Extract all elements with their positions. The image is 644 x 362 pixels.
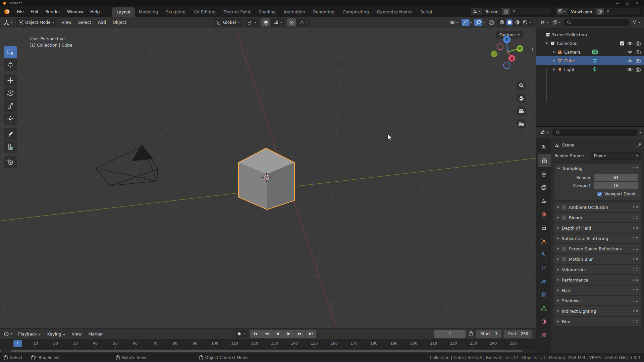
shading-solid-button[interactable] xyxy=(506,19,513,25)
disclosure-icon[interactable] xyxy=(552,51,556,53)
outliner-row[interactable]: Scene Collection xyxy=(536,30,644,39)
disclosure-icon[interactable] xyxy=(552,68,556,71)
menu-window[interactable]: Window xyxy=(64,7,87,16)
tool-measure[interactable] xyxy=(4,141,17,153)
navigation-gizmo[interactable]: Z Y X xyxy=(490,33,530,73)
scene-browse-button[interactable] xyxy=(471,8,482,15)
timeline-menu-view[interactable]: View xyxy=(68,330,85,338)
viewlayer-name-field[interactable]: ViewLayer xyxy=(568,9,596,14)
properties-tab-particles[interactable] xyxy=(536,261,551,274)
viewlayer-selector[interactable]: ViewLayer ✕ xyxy=(555,7,641,15)
drag-dots-icon[interactable] xyxy=(633,216,638,219)
panel-shadows[interactable]: Shadows xyxy=(554,296,641,305)
current-frame-field[interactable]: 1 xyxy=(434,330,466,338)
ortho-toggle-button[interactable] xyxy=(516,119,526,129)
menu-help[interactable]: Help xyxy=(87,7,103,16)
tool-add-cube[interactable] xyxy=(4,156,17,168)
blender-logo-icon[interactable] xyxy=(3,8,11,15)
delete-scene-button[interactable]: ✕ xyxy=(510,8,518,15)
add-viewlayer-button[interactable] xyxy=(596,8,604,15)
drag-dots-icon[interactable] xyxy=(633,299,638,302)
proportional-editing-control[interactable] xyxy=(287,18,310,26)
panel-performance[interactable]: Performance xyxy=(554,275,641,285)
workspace-tab-modeling[interactable]: Modeling xyxy=(135,7,162,17)
drag-dots-icon[interactable] xyxy=(633,206,638,208)
proportional-toggle[interactable] xyxy=(287,18,296,26)
drag-dots-icon[interactable] xyxy=(633,320,638,323)
sidebar-collapse-arrow[interactable]: ❮ xyxy=(531,47,534,51)
disable-in-renders-toggle[interactable] xyxy=(636,59,641,63)
next-keyframe-button[interactable] xyxy=(294,330,305,338)
pan-button[interactable] xyxy=(516,93,526,103)
properties-tab-material[interactable] xyxy=(536,315,551,328)
workspace-tab-script[interactable]: Script xyxy=(416,7,436,17)
properties-tab-texture[interactable] xyxy=(536,328,551,341)
prev-keyframe-button[interactable] xyxy=(261,330,272,338)
hide-in-viewport-toggle[interactable] xyxy=(627,59,633,63)
drag-dots-icon[interactable] xyxy=(633,167,638,170)
properties-tab-tool[interactable] xyxy=(536,141,551,154)
scene-selector[interactable]: Scene ✕ xyxy=(470,7,551,15)
drag-dots-icon[interactable] xyxy=(633,279,638,281)
workspace-tab-animation[interactable]: Animation xyxy=(280,7,309,17)
chevron-down-icon[interactable] xyxy=(470,22,472,23)
timeline-ruler[interactable]: 1 10203040506070809010011012013014015016… xyxy=(0,339,536,349)
timeline-menu-keying[interactable]: Keying xyxy=(44,330,68,338)
properties-tab-constraints[interactable] xyxy=(536,288,551,301)
scene-name-field[interactable]: Scene xyxy=(482,9,502,14)
number-field[interactable]: 16 xyxy=(594,182,638,189)
properties-tab-output[interactable] xyxy=(536,168,551,180)
viewport-menu-add[interactable]: Add xyxy=(95,18,109,26)
hide-in-viewport-toggle[interactable] xyxy=(627,42,633,45)
drag-dots-icon[interactable] xyxy=(633,310,638,312)
snap-with-dropdown[interactable] xyxy=(273,18,282,26)
properties-tab-render[interactable] xyxy=(538,154,551,167)
outliner-display-mode-button[interactable] xyxy=(539,19,549,26)
maximize-button[interactable]: ▢ xyxy=(626,1,629,5)
properties-tab-physics[interactable] xyxy=(536,275,551,288)
panel-checkbox[interactable] xyxy=(562,247,566,251)
drag-dots-icon[interactable] xyxy=(633,237,638,240)
panel-subsurface-scattering[interactable]: Subsurface Scattering xyxy=(554,234,641,243)
close-button[interactable]: ✕ xyxy=(636,1,639,5)
drag-dots-icon[interactable] xyxy=(633,289,638,292)
hide-in-viewport-toggle[interactable] xyxy=(627,68,633,71)
play-reverse-button[interactable] xyxy=(272,330,283,338)
tool-rotate[interactable] xyxy=(4,87,17,99)
properties-tab-collection[interactable] xyxy=(536,221,551,234)
properties-tab-object[interactable] xyxy=(536,235,551,247)
snapping-control[interactable] xyxy=(261,18,284,26)
tool-transform[interactable] xyxy=(4,113,17,125)
timeline-editor-type-button[interactable] xyxy=(2,330,14,338)
workspace-tab-layout[interactable]: Layout xyxy=(112,7,135,17)
properties-editor-type-button[interactable] xyxy=(539,129,550,136)
xray-toggle[interactable] xyxy=(487,18,495,26)
falloff-dropdown[interactable] xyxy=(299,18,308,26)
pivot-point-dropdown[interactable] xyxy=(245,18,259,26)
drag-dots-icon[interactable] xyxy=(633,258,638,260)
panel-volumetrics[interactable]: Volumetrics xyxy=(554,265,641,274)
panel-film[interactable]: Film xyxy=(554,317,641,326)
minimize-button[interactable]: — xyxy=(616,1,619,5)
visibility-dropdown[interactable] xyxy=(448,19,460,25)
tool-move[interactable] xyxy=(4,74,17,86)
render-engine-dropdown[interactable]: Eevee xyxy=(591,152,641,160)
scrollbar-thumb[interactable] xyxy=(11,350,522,352)
timeline-scrollbar[interactable]: › xyxy=(0,349,536,353)
disclosure-icon[interactable] xyxy=(544,43,549,44)
show-gizmo-toggle[interactable] xyxy=(462,19,470,26)
properties-tab-world[interactable] xyxy=(536,208,551,221)
new-scene-button[interactable] xyxy=(502,8,510,15)
outliner-filter-mode-button[interactable] xyxy=(551,19,562,26)
workspace-tab-texture-paint[interactable]: Texture Paint xyxy=(219,7,255,17)
camera-view-button[interactable] xyxy=(516,106,526,116)
chevron-down-icon[interactable] xyxy=(483,22,485,23)
panel-checkbox[interactable] xyxy=(562,216,566,220)
viewport-menu-object[interactable]: Object xyxy=(109,18,130,26)
panel-checkbox[interactable] xyxy=(562,257,566,261)
disable-in-renders-toggle[interactable] xyxy=(636,67,641,72)
outliner-row[interactable]: Light xyxy=(536,65,644,74)
stopwatch-icon[interactable] xyxy=(468,331,474,337)
disable-in-renders-toggle[interactable] xyxy=(636,50,641,54)
hide-in-viewport-toggle[interactable] xyxy=(627,50,633,54)
